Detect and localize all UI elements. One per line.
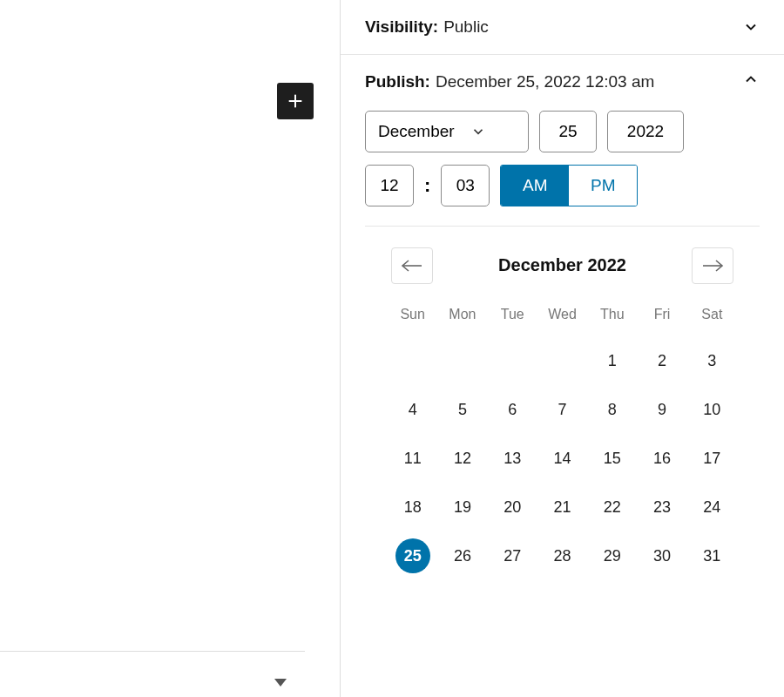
calendar-day-number: 9 bbox=[645, 392, 679, 427]
calendar-weekday: Mon bbox=[437, 300, 487, 336]
caret-down-icon[interactable] bbox=[274, 679, 287, 687]
calendar-day[interactable]: 7 bbox=[537, 385, 587, 434]
calendar-day-number: 30 bbox=[645, 538, 679, 573]
ampm-toggle: AM PM bbox=[500, 165, 638, 206]
calendar-day-number: 24 bbox=[694, 490, 729, 524]
calendar-day[interactable]: 2 bbox=[637, 336, 686, 385]
publish-row-header[interactable]: Publish: December 25, 2022 12:03 am bbox=[365, 71, 760, 93]
add-block-button[interactable] bbox=[277, 83, 314, 119]
next-month-button[interactable] bbox=[692, 247, 733, 284]
arrow-right-icon bbox=[701, 259, 724, 273]
calendar-empty-cell bbox=[437, 336, 487, 385]
pm-button[interactable]: PM bbox=[569, 166, 637, 206]
calendar-day[interactable]: 8 bbox=[587, 385, 637, 434]
calendar-day-number: 29 bbox=[595, 538, 630, 573]
calendar-day-number: 5 bbox=[445, 392, 480, 427]
calendar-day[interactable]: 4 bbox=[388, 385, 437, 434]
arrow-left-icon bbox=[401, 259, 423, 273]
calendar-day[interactable]: 24 bbox=[687, 483, 737, 531]
calendar-weekday: Thu bbox=[587, 300, 637, 336]
year-input[interactable] bbox=[607, 111, 684, 152]
calendar-day-number: 18 bbox=[395, 490, 430, 524]
calendar-weekday: Fri bbox=[637, 300, 686, 336]
prev-month-button[interactable] bbox=[391, 247, 433, 284]
calendar-day-number: 16 bbox=[645, 441, 679, 476]
calendar-day-number: 11 bbox=[395, 441, 430, 476]
calendar-day-number: 22 bbox=[595, 490, 630, 524]
publish-value: December 25, 2022 12:03 am bbox=[436, 71, 654, 93]
calendar-day[interactable]: 29 bbox=[587, 531, 637, 580]
calendar-day-number: 25 bbox=[395, 538, 430, 573]
calendar-day-number: 7 bbox=[544, 392, 579, 427]
calendar-day-number: 10 bbox=[694, 392, 729, 427]
calendar-day[interactable]: 28 bbox=[537, 531, 587, 580]
minute-input[interactable] bbox=[441, 165, 490, 206]
hour-input[interactable] bbox=[365, 165, 414, 206]
publish-label: Publish: bbox=[365, 72, 430, 91]
calendar-empty-cell bbox=[537, 336, 587, 385]
month-select-value: December bbox=[378, 122, 455, 141]
calendar-day[interactable]: 23 bbox=[637, 483, 686, 531]
calendar-day[interactable]: 22 bbox=[587, 483, 637, 531]
year-input-field[interactable] bbox=[620, 122, 671, 141]
day-input[interactable] bbox=[539, 111, 597, 152]
calendar-day[interactable]: 31 bbox=[687, 531, 737, 580]
calendar-day[interactable]: 18 bbox=[388, 483, 437, 531]
calendar-empty-cell bbox=[388, 336, 437, 385]
am-button[interactable]: AM bbox=[501, 166, 569, 206]
editor-divider bbox=[0, 651, 305, 652]
calendar-day-number: 20 bbox=[495, 490, 530, 524]
calendar-day-number: 14 bbox=[544, 441, 579, 476]
calendar-day[interactable]: 11 bbox=[388, 434, 437, 483]
calendar-day[interactable]: 26 bbox=[437, 531, 487, 580]
chevron-up-icon bbox=[742, 71, 760, 88]
calendar-day-number: 19 bbox=[445, 490, 480, 524]
calendar-day-number: 28 bbox=[544, 538, 579, 573]
calendar-empty-cell bbox=[488, 336, 537, 385]
visibility-row[interactable]: Visibility: Public bbox=[341, 0, 784, 55]
calendar-day[interactable]: 3 bbox=[687, 336, 737, 385]
calendar-day[interactable]: 27 bbox=[488, 531, 537, 580]
panel-divider bbox=[365, 226, 760, 227]
calendar-day-number: 27 bbox=[495, 538, 530, 573]
editor-canvas bbox=[0, 0, 340, 697]
day-input-field[interactable] bbox=[552, 122, 584, 141]
calendar-day[interactable]: 15 bbox=[587, 434, 637, 483]
chevron-down-icon bbox=[742, 18, 760, 36]
calendar-grid: SunMonTueWedThuFriSat1234567891011121314… bbox=[365, 300, 760, 580]
calendar-day[interactable]: 19 bbox=[437, 483, 487, 531]
month-select[interactable]: December bbox=[365, 111, 529, 152]
calendar-day[interactable]: 17 bbox=[687, 434, 737, 483]
calendar-day-number: 3 bbox=[694, 343, 729, 378]
publish-panel: Publish: December 25, 2022 12:03 am Dece… bbox=[341, 55, 784, 601]
calendar-weekday: Tue bbox=[488, 300, 537, 336]
time-controls-row: : AM PM bbox=[365, 165, 760, 206]
calendar-day-number: 4 bbox=[395, 392, 430, 427]
minute-input-field[interactable] bbox=[454, 176, 476, 195]
calendar-day[interactable]: 10 bbox=[687, 385, 737, 434]
calendar-day-number: 8 bbox=[595, 392, 630, 427]
calendar-day-number: 12 bbox=[445, 441, 480, 476]
calendar-day-number: 17 bbox=[694, 441, 729, 476]
calendar-day[interactable]: 13 bbox=[488, 434, 537, 483]
visibility-label: Visibility: bbox=[365, 17, 438, 37]
calendar-nav: December 2022 bbox=[365, 247, 760, 284]
calendar-day[interactable]: 30 bbox=[637, 531, 686, 580]
calendar-day[interactable]: 14 bbox=[537, 434, 587, 483]
calendar-day[interactable]: 9 bbox=[637, 385, 686, 434]
calendar-day[interactable]: 1 bbox=[587, 336, 637, 385]
calendar-day[interactable]: 16 bbox=[637, 434, 686, 483]
calendar-weekday: Sat bbox=[687, 300, 737, 336]
calendar-day[interactable]: 12 bbox=[437, 434, 487, 483]
calendar-day[interactable]: 5 bbox=[437, 385, 487, 434]
calendar-day[interactable]: 25 bbox=[388, 531, 437, 580]
hour-input-field[interactable] bbox=[378, 176, 401, 195]
calendar-day-number: 15 bbox=[595, 441, 630, 476]
calendar-day-number: 26 bbox=[445, 538, 480, 573]
calendar-day[interactable]: 6 bbox=[488, 385, 537, 434]
calendar-day[interactable]: 20 bbox=[488, 483, 537, 531]
calendar-title: December 2022 bbox=[498, 255, 626, 275]
plus-icon bbox=[286, 91, 305, 111]
calendar-day[interactable]: 21 bbox=[537, 483, 587, 531]
calendar-day-number: 31 bbox=[694, 538, 729, 573]
